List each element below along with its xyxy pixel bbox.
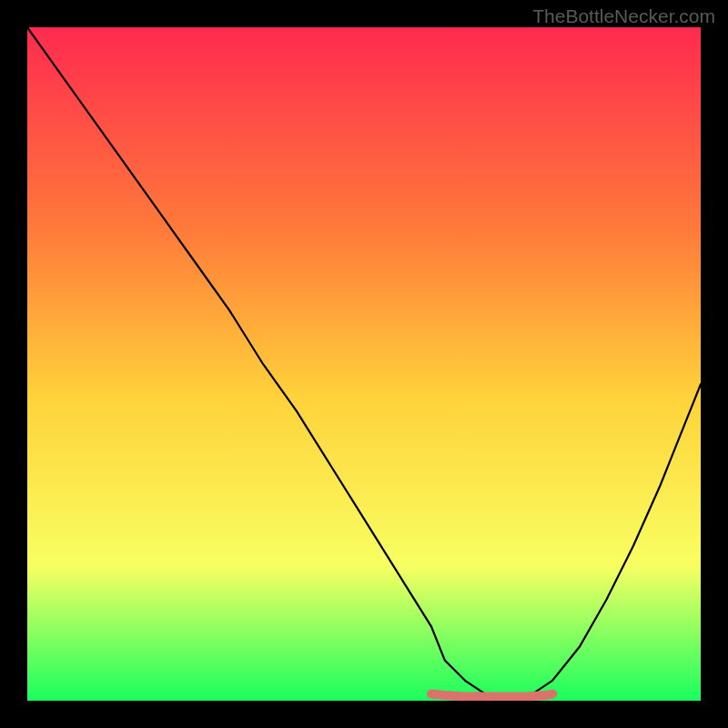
gradient-background	[27, 27, 701, 701]
watermark-text: TheBottleNecker.com	[532, 5, 715, 27]
chart-svg	[27, 27, 701, 701]
chart-canvas	[27, 27, 701, 701]
optimal-zone-highlight	[431, 694, 552, 697]
